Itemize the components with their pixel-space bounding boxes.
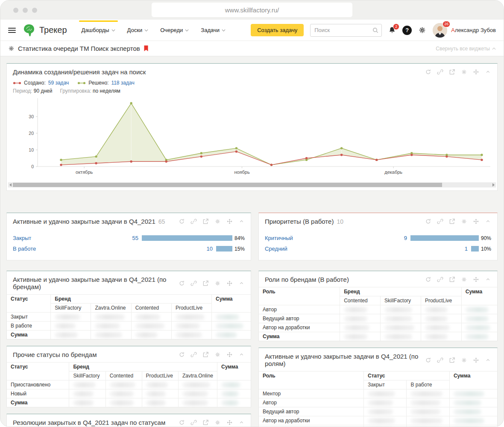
bookmark-icon[interactable] [144, 45, 149, 52]
open-in-new-icon[interactable] [449, 69, 455, 75]
nav-item-1[interactable]: Доски [127, 20, 149, 41]
move-icon[interactable] [226, 419, 233, 426]
legend-value-link[interactable]: 118 задач [111, 80, 134, 86]
blurred-value [410, 418, 442, 424]
link-icon[interactable] [190, 218, 197, 225]
help-button[interactable]: ? [402, 26, 412, 35]
table-subcolumn-header: ProductLive [421, 296, 461, 305]
refresh-icon[interactable] [179, 280, 185, 287]
open-in-new-icon[interactable] [449, 218, 455, 225]
dashboard-content: Динамика создания/решения задач на поиск… [0, 56, 504, 427]
refresh-icon[interactable] [179, 218, 185, 225]
stat-bar [410, 235, 479, 241]
table-cell-redacted [407, 416, 449, 425]
collapse-icon[interactable] [238, 218, 245, 225]
refresh-icon[interactable] [425, 276, 431, 283]
settings-icon[interactable] [461, 69, 467, 75]
refresh-icon[interactable] [179, 351, 185, 358]
blurred-value [135, 323, 164, 329]
table-cell-redacted [407, 398, 449, 407]
collapse-icon[interactable] [485, 218, 491, 225]
link-icon[interactable] [437, 218, 443, 225]
collapse-icon[interactable] [485, 357, 491, 363]
stat-row-label-link[interactable]: В работе [13, 246, 197, 252]
stat-row-label-link[interactable]: Закрыт [13, 235, 123, 241]
settings-icon[interactable] [461, 357, 467, 363]
move-icon[interactable] [473, 69, 479, 75]
nav-item-0[interactable]: Дашборды [82, 20, 115, 41]
settings-button[interactable] [418, 26, 426, 34]
collapse-all-widgets[interactable]: Свернуть все виджеты [436, 46, 496, 52]
search-input[interactable] [310, 24, 382, 37]
legend-value-link[interactable]: 59 задач [48, 80, 69, 86]
dashboard-settings-icon[interactable] [8, 45, 15, 52]
table-row-label: Сумма [7, 398, 69, 407]
open-in-new-icon[interactable] [449, 276, 455, 283]
move-icon[interactable] [473, 357, 479, 363]
stat-row-label-link[interactable]: Средний [265, 246, 452, 252]
refresh-icon[interactable] [425, 69, 431, 75]
collapse-icon[interactable] [485, 69, 491, 75]
stat-row-value[interactable]: 1 [452, 246, 468, 252]
move-icon[interactable] [226, 351, 233, 358]
move-icon[interactable] [473, 276, 479, 283]
link-icon[interactable] [190, 280, 197, 287]
hamburger-menu-icon[interactable] [8, 28, 16, 33]
create-task-button[interactable]: Создать задачу [251, 24, 304, 36]
stat-row-label-link[interactable]: Критичный [265, 235, 392, 241]
open-in-new-icon[interactable] [449, 357, 455, 363]
refresh-icon[interactable] [425, 218, 431, 225]
table-cell-redacted [381, 323, 421, 332]
avatar[interactable]: 26 [433, 23, 447, 38]
table-col1-header: Статус [7, 295, 51, 313]
open-in-new-icon[interactable] [202, 218, 209, 225]
blurred-value [425, 334, 448, 339]
refresh-icon[interactable] [179, 419, 185, 426]
link-icon[interactable] [437, 69, 443, 75]
product-name: Трекер [39, 25, 67, 35]
window-dot[interactable] [32, 8, 37, 13]
link-icon[interactable] [437, 276, 443, 283]
scroll-left-icon[interactable] [9, 183, 12, 187]
link-icon[interactable] [437, 357, 443, 363]
collapse-icon[interactable] [238, 419, 245, 426]
window-controls[interactable] [13, 8, 37, 13]
settings-icon[interactable] [214, 218, 221, 225]
blurred-value [221, 400, 239, 406]
address-bar[interactable]: www.skillfactory.ru/ [152, 3, 352, 17]
link-icon[interactable] [190, 419, 197, 426]
open-in-new-icon[interactable] [202, 351, 209, 358]
open-in-new-icon[interactable] [202, 419, 209, 426]
tracker-logo[interactable]: Трекер [23, 23, 67, 37]
widget-title: Прочие статусы по брендам [13, 351, 97, 358]
nav-item-3[interactable]: Задачи [201, 20, 226, 41]
refresh-icon[interactable] [425, 357, 431, 363]
nav-item-label: Доски [127, 27, 143, 33]
stat-row-value[interactable]: 10 [197, 246, 213, 252]
settings-icon[interactable] [214, 280, 221, 287]
settings-icon[interactable] [461, 276, 467, 283]
user-menu[interactable]: 26 Александр Зубов [433, 23, 496, 38]
move-icon[interactable] [226, 218, 233, 225]
window-dot[interactable] [13, 8, 18, 13]
stat-row-value[interactable]: 9 [392, 235, 407, 241]
window-dot[interactable] [23, 8, 28, 13]
collapse-icon[interactable] [238, 351, 245, 358]
chart-scrollbar[interactable] [8, 182, 496, 187]
collapse-icon[interactable] [238, 280, 245, 287]
open-in-new-icon[interactable] [202, 280, 209, 287]
table-cell-redacted [171, 313, 211, 322]
scrollbar-thumb[interactable] [13, 183, 442, 187]
widget-title: Активные и удачно закрытые задачи в Q4_2… [13, 218, 155, 225]
move-icon[interactable] [226, 280, 233, 287]
settings-icon[interactable] [214, 351, 221, 358]
settings-icon[interactable] [214, 419, 221, 426]
notifications-button[interactable]: 2 [388, 26, 396, 34]
nav-item-2[interactable]: Очереди [160, 20, 189, 41]
link-icon[interactable] [190, 351, 197, 358]
stat-row-value[interactable]: 55 [123, 235, 138, 241]
scroll-right-icon[interactable] [492, 183, 495, 187]
move-icon[interactable] [473, 218, 479, 225]
settings-icon[interactable] [461, 218, 467, 225]
collapse-icon[interactable] [485, 276, 491, 283]
